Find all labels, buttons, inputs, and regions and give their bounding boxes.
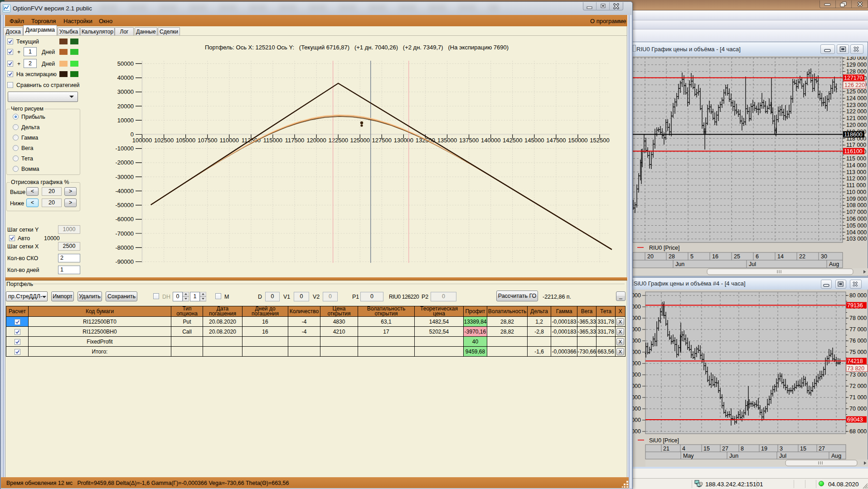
svg-text:-20000: -20000 — [116, 159, 134, 166]
svg-text:127170: 127170 — [844, 75, 863, 81]
svg-text:120000: 120000 — [306, 137, 326, 144]
svg-text:-80000: -80000 — [116, 244, 134, 251]
svg-text:112 000: 112 000 — [846, 175, 866, 182]
svg-text:116100: 116100 — [844, 148, 863, 155]
svg-text:126 220: 126 220 — [844, 82, 865, 88]
svg-text:123 000: 123 000 — [846, 102, 867, 108]
svg-text:6: 6 — [756, 253, 759, 260]
svg-text:000: 000 — [631, 349, 641, 355]
svg-text:-10000: -10000 — [116, 145, 134, 152]
svg-text:71 000: 71 000 — [849, 394, 867, 401]
svg-text:May: May — [683, 453, 694, 459]
svg-text:118600: 118600 — [844, 131, 863, 138]
svg-text:000: 000 — [631, 406, 641, 412]
svg-text:76 000: 76 000 — [849, 338, 867, 344]
svg-text:000: 000 — [631, 360, 641, 367]
svg-text:Aug: Aug — [829, 261, 839, 267]
svg-text:129 000: 129 000 — [846, 62, 867, 68]
svg-text:15: 15 — [703, 445, 710, 452]
svg-text:122 000: 122 000 — [846, 108, 867, 115]
svg-text:107500: 107500 — [198, 137, 217, 144]
svg-text:110 000: 110 000 — [846, 189, 866, 195]
svg-text:000: 000 — [631, 304, 641, 310]
svg-text:104 000: 104 000 — [846, 229, 867, 236]
svg-text:-60000: -60000 — [116, 216, 134, 223]
svg-text:000: 000 — [631, 417, 641, 423]
svg-text:21: 21 — [663, 445, 669, 452]
svg-text:25: 25 — [734, 253, 740, 260]
svg-text:100000: 100000 — [132, 137, 152, 144]
svg-text:145000: 145000 — [524, 137, 544, 144]
svg-text:130 000: 130 000 — [846, 57, 867, 61]
svg-text:77 000: 77 000 — [849, 326, 867, 333]
svg-text:000: 000 — [631, 383, 641, 389]
svg-text:-90000: -90000 — [116, 258, 134, 265]
svg-text:128 000: 128 000 — [846, 68, 867, 75]
svg-text:80 000: 80 000 — [849, 292, 867, 299]
svg-text:30000: 30000 — [117, 88, 134, 95]
svg-text:000: 000 — [631, 292, 641, 299]
svg-text:117 000: 117 000 — [846, 142, 866, 148]
svg-text:69043: 69043 — [847, 416, 863, 423]
svg-text:111 000: 111 000 — [846, 182, 866, 189]
svg-text:20000: 20000 — [117, 103, 134, 110]
svg-text:000: 000 — [631, 338, 641, 344]
svg-text:3: 3 — [780, 445, 783, 452]
svg-text:Aug: Aug — [831, 453, 841, 459]
svg-text:135000: 135000 — [437, 137, 457, 144]
svg-text:152500: 152500 — [590, 137, 609, 144]
svg-text:117500: 117500 — [285, 137, 304, 144]
svg-text:73 820: 73 820 — [847, 365, 864, 372]
svg-text:20: 20 — [647, 253, 654, 260]
svg-text:142500: 142500 — [503, 137, 522, 144]
svg-text:Jul: Jul — [779, 453, 786, 459]
svg-text:74218: 74218 — [847, 358, 863, 364]
svg-text:000: 000 — [631, 326, 641, 333]
svg-text:14: 14 — [777, 253, 784, 260]
svg-text:102500: 102500 — [154, 137, 174, 144]
svg-text:8: 8 — [741, 445, 744, 452]
svg-text:115 000: 115 000 — [846, 155, 866, 162]
svg-text:130000: 130000 — [394, 137, 413, 144]
svg-text:15: 15 — [800, 445, 806, 452]
svg-text:124 000: 124 000 — [846, 95, 867, 102]
svg-text:150000: 150000 — [568, 137, 587, 144]
svg-text:105000: 105000 — [176, 137, 195, 144]
svg-text:79136: 79136 — [847, 302, 863, 309]
svg-text:75 000: 75 000 — [849, 349, 867, 355]
svg-text:000: 000 — [631, 394, 641, 401]
svg-text:107 000: 107 000 — [846, 209, 867, 215]
svg-text:122500: 122500 — [329, 137, 348, 144]
svg-text:000: 000 — [631, 372, 641, 378]
svg-text:78 000: 78 000 — [849, 315, 867, 321]
svg-text:-70000: -70000 — [116, 230, 134, 237]
svg-text:000: 000 — [631, 428, 641, 435]
svg-text:73 000: 73 000 — [849, 372, 867, 378]
svg-text:SiU0 [Price]: SiU0 [Price] — [649, 437, 679, 444]
svg-text:4: 4 — [682, 445, 685, 452]
svg-text:115000: 115000 — [263, 137, 282, 144]
svg-text:147500: 147500 — [546, 137, 566, 144]
svg-text:50000: 50000 — [117, 60, 134, 67]
svg-text:22: 22 — [799, 253, 805, 260]
svg-text:-30000: -30000 — [116, 174, 134, 180]
svg-text:113 000: 113 000 — [846, 169, 866, 175]
svg-text:Jun: Jun — [675, 261, 684, 267]
svg-text:114 000: 114 000 — [846, 162, 866, 169]
svg-text:72 000: 72 000 — [849, 383, 867, 389]
svg-text:27: 27 — [819, 445, 825, 452]
svg-text:140000: 140000 — [481, 137, 500, 144]
svg-text:106 000: 106 000 — [846, 216, 867, 222]
svg-text:125 000: 125 000 — [846, 88, 867, 95]
svg-text:105 000: 105 000 — [846, 223, 867, 229]
svg-text:109 000: 109 000 — [846, 196, 867, 202]
svg-text:127500: 127500 — [372, 137, 392, 144]
svg-text:-50000: -50000 — [116, 202, 134, 208]
svg-text:70 000: 70 000 — [849, 406, 867, 412]
svg-text:000: 000 — [631, 315, 641, 321]
svg-text:RIU0 [Price]: RIU0 [Price] — [649, 245, 679, 251]
svg-text:125000: 125000 — [350, 137, 370, 144]
svg-text:10000: 10000 — [117, 117, 134, 124]
svg-text:110000: 110000 — [220, 137, 239, 144]
svg-text:5: 5 — [690, 253, 693, 260]
